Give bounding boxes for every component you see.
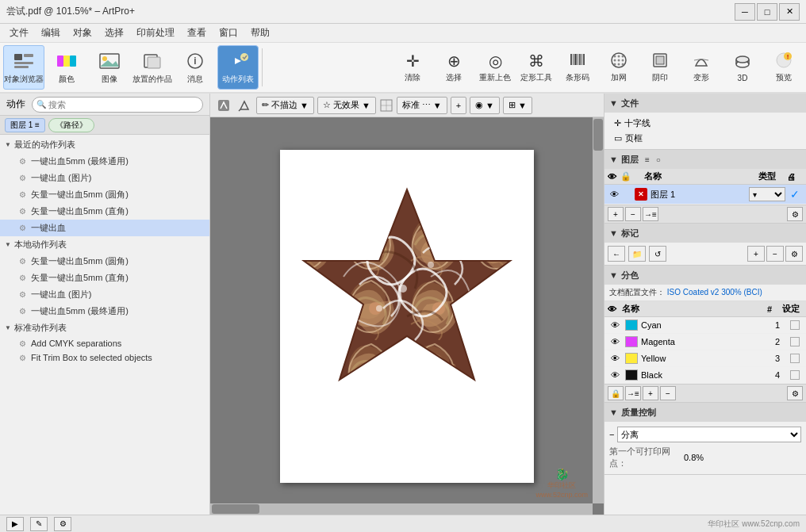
svg-rect-19 xyxy=(578,54,578,65)
marks-folder-button[interactable]: 📁 xyxy=(628,246,646,262)
minimize-button[interactable]: ─ xyxy=(735,3,755,21)
quality-section-header[interactable]: ▼ 质量控制 xyxy=(604,403,806,422)
standard-button[interactable]: 标准 ⋯ ▼ xyxy=(397,97,447,114)
file-crosshair[interactable]: ✛ 十字线 xyxy=(608,116,803,131)
layer-remove-button[interactable]: − xyxy=(625,207,641,221)
action-group-recent[interactable]: ▼ 最近的动作列表 xyxy=(0,136,209,153)
toolbar-preview[interactable]: ! 预览 xyxy=(765,45,803,90)
layer-type-dropdown-0[interactable]: ▾ xyxy=(747,187,787,201)
marks-back-button[interactable]: ← xyxy=(608,246,625,262)
color-add-button[interactable]: + xyxy=(643,386,658,400)
horizontal-scrollbar[interactable] xyxy=(210,503,593,515)
toolbar-clear[interactable]: ✛ 清除 xyxy=(393,45,432,90)
color-settings-button[interactable]: ⚙ xyxy=(787,386,803,400)
magenta-eye[interactable]: 👁 xyxy=(608,337,622,346)
name-col: 名称 xyxy=(644,170,747,182)
maximize-button[interactable]: □ xyxy=(757,3,777,21)
color-move-button[interactable]: →≡ xyxy=(625,386,641,400)
cyan-check[interactable] xyxy=(787,320,803,330)
layer-eye-0[interactable]: 👁 xyxy=(608,189,620,199)
menu-select[interactable]: 选择 xyxy=(98,25,130,41)
toolbar-message[interactable]: i 消息 xyxy=(175,45,216,90)
action-item-1-2[interactable]: ⚙ 一键出血 (图片) xyxy=(0,286,209,303)
layer-settings-button[interactable]: ⚙ xyxy=(787,207,803,221)
layer-add-button[interactable]: + xyxy=(608,207,624,221)
action-item-1-1[interactable]: ⚙ 矢量一键出血5mm (直角) xyxy=(0,270,209,286)
toolbar-screen[interactable]: 加网 xyxy=(600,45,638,90)
toolbar-artwork[interactable]: 放置的作品 xyxy=(132,45,173,90)
color-picker-button[interactable]: ◉ ▼ xyxy=(470,97,500,114)
menu-prepress[interactable]: 印前处理 xyxy=(130,25,181,41)
color-section-header[interactable]: ▼ 分色 xyxy=(604,266,806,285)
menu-help[interactable]: 帮助 xyxy=(244,25,276,41)
layer-chip[interactable]: 图层 1 ≡ xyxy=(5,118,45,132)
toolbar-action-list[interactable]: 动作列表 xyxy=(217,45,259,90)
cyan-eye[interactable]: 👁 xyxy=(608,320,622,330)
action-item-1-3[interactable]: ⚙ 一键出血5mm (最终通用) xyxy=(0,303,209,320)
settings-button[interactable]: ⚙ xyxy=(54,517,71,531)
action-item-0-1[interactable]: ⚙ 一键出血 (图片) xyxy=(0,170,209,186)
file-section-header[interactable]: ▼ 文件 xyxy=(604,94,806,113)
action-item-0-3[interactable]: ⚙ 矢量一键出血5mm (直角) xyxy=(0,203,209,220)
toolbar-distort[interactable]: 变形 xyxy=(682,45,720,90)
toolbar-trap[interactable]: 阴印 xyxy=(641,45,679,90)
edit-button[interactable]: ✎ xyxy=(30,517,48,531)
action-item-2-1[interactable]: ⚙ Fit Trim Box to selected objects xyxy=(0,350,209,365)
layer-visible-check-0[interactable]: ✓ xyxy=(787,188,803,201)
layer-row-0[interactable]: 👁 ✕ 图层 1 ▾ ✓ xyxy=(604,185,806,205)
toolbar-3d[interactable]: 3D xyxy=(723,45,762,90)
menu-window[interactable]: 窗口 xyxy=(213,25,244,41)
menu-view[interactable]: 查看 xyxy=(181,25,213,41)
yellow-check[interactable] xyxy=(787,354,803,363)
toolbar-image[interactable]: 图像 xyxy=(89,45,130,90)
close-button[interactable]: ✕ xyxy=(779,3,800,21)
toolbar-barcode[interactable]: 条形码 xyxy=(558,45,597,90)
add-button[interactable]: + xyxy=(451,97,466,114)
action-item-2-0[interactable]: ⚙ Add CMYK separations xyxy=(0,336,209,350)
menu-object[interactable]: 对象 xyxy=(67,25,98,41)
color-remove-button[interactable]: − xyxy=(660,386,676,400)
file-pagebox[interactable]: ▭ 页框 xyxy=(608,131,803,146)
toolbar-object-browser[interactable]: 对象浏览器 xyxy=(3,45,44,90)
vertical-scrollbar[interactable] xyxy=(593,117,604,503)
canvas-view[interactable]: 🐉 华印社区 www.52cnp.com xyxy=(210,117,604,515)
action-group-standard[interactable]: ▼ 标准动作列表 xyxy=(0,320,209,336)
layers-section-header[interactable]: ▼ 图层 ≡ ○ xyxy=(604,150,806,169)
layer-move-button[interactable]: →≡ xyxy=(643,207,658,221)
menu-edit[interactable]: 编辑 xyxy=(35,25,67,41)
marks-remove-button[interactable]: − xyxy=(766,246,784,262)
marks-settings-button[interactable]: ⚙ xyxy=(785,246,803,262)
toolbar-select[interactable]: ⊕ 选择 xyxy=(435,45,473,90)
stroke-mode-button[interactable]: ✏ 不描边 ▼ xyxy=(256,97,314,114)
options-button[interactable]: ⊞ ▼ xyxy=(503,97,532,114)
path-tool-icon[interactable] xyxy=(236,97,253,114)
black-eye[interactable]: 👁 xyxy=(608,370,622,380)
marks-refresh-button[interactable]: ↺ xyxy=(649,246,666,262)
menu-file[interactable]: 文件 xyxy=(3,25,35,41)
svg-point-15 xyxy=(240,53,248,61)
magenta-check[interactable] xyxy=(787,337,803,346)
qc-separation-select[interactable]: 分离 xyxy=(617,427,801,442)
play-button[interactable]: ▶ xyxy=(6,517,24,531)
panel-sub-header: 图层 1 ≡ 《路径》 xyxy=(0,116,209,135)
search-input[interactable] xyxy=(32,97,203,113)
marks-add-button[interactable]: + xyxy=(747,246,765,262)
action-item-0-4[interactable]: ⚙ 一键出血 xyxy=(0,220,209,236)
toolbar-reshape[interactable]: ⌘ 定形工具 xyxy=(517,45,555,90)
path-chip[interactable]: 《路径》 xyxy=(48,118,94,132)
action-item-0-2[interactable]: ⚙ 矢量一键出血5mm (圆角) xyxy=(0,186,209,203)
yellow-eye[interactable]: 👁 xyxy=(608,354,622,363)
marks-section-header[interactable]: ▼ 标记 xyxy=(604,224,806,243)
toolbar-recolor[interactable]: ◎ 重新上色 xyxy=(476,45,514,90)
color-lock-button[interactable]: 🔒 xyxy=(608,386,624,400)
color-profile-link[interactable]: ISO Coated v2 300% (BCI) xyxy=(667,288,762,297)
toolbar-color[interactable]: 颜色 xyxy=(46,45,87,90)
action-item-1-0[interactable]: ⚙ 矢量一键出血5mm (圆角) xyxy=(0,253,209,270)
action-icon-0-3: ⚙ xyxy=(19,207,26,216)
action-item-0-0[interactable]: ⚙ 一键出血5mm (最终通用) xyxy=(0,153,209,170)
toolbar-artwork-label: 放置的作品 xyxy=(132,74,172,85)
quality-section-label: 质量控制 xyxy=(621,407,656,419)
action-group-local[interactable]: ▼ 本地动作列表 xyxy=(0,236,209,253)
fill-mode-button[interactable]: ☆ 无效果 ▼ xyxy=(317,97,376,114)
black-check[interactable] xyxy=(787,370,803,380)
